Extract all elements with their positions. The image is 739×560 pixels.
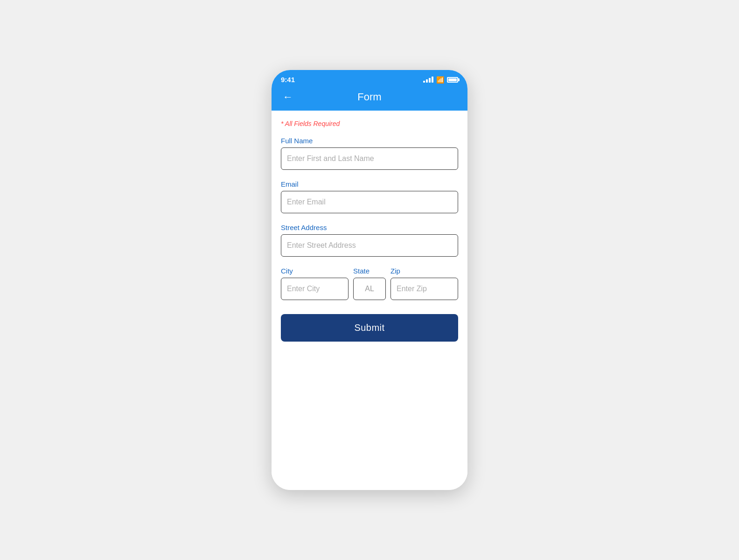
wifi-icon: 📶 <box>436 76 444 84</box>
email-group: Email <box>281 180 458 213</box>
zip-input[interactable] <box>390 278 458 300</box>
street-address-label: Street Address <box>281 224 458 231</box>
zip-group: Zip <box>390 267 458 300</box>
city-label: City <box>281 267 349 275</box>
status-icons: 📶 <box>423 76 458 84</box>
city-state-zip-group: City State Zip <box>281 267 458 300</box>
full-name-input[interactable] <box>281 147 458 170</box>
submit-area: Submit <box>281 314 458 342</box>
phone-frame: 9:41 📶 ← Form * All Fields Required Full… <box>272 70 467 490</box>
signal-icon <box>423 77 433 83</box>
full-name-label: Full Name <box>281 137 458 145</box>
email-input[interactable] <box>281 191 458 213</box>
city-input[interactable] <box>281 278 349 300</box>
status-bar: 9:41 📶 <box>272 70 467 86</box>
submit-button[interactable]: Submit <box>281 314 458 342</box>
back-button[interactable]: ← <box>279 89 297 105</box>
city-group: City <box>281 267 349 300</box>
full-name-group: Full Name <box>281 137 458 170</box>
street-address-group: Street Address <box>281 224 458 257</box>
state-label: State <box>353 267 386 275</box>
bottom-space <box>272 397 467 490</box>
street-address-input[interactable] <box>281 234 458 257</box>
status-time: 9:41 <box>281 76 295 84</box>
city-state-zip-row: City State Zip <box>281 267 458 300</box>
page-title: Form <box>357 91 381 103</box>
required-notice: * All Fields Required <box>281 120 458 127</box>
state-input[interactable] <box>353 278 386 300</box>
state-group: State <box>353 267 386 300</box>
form-content: * All Fields Required Full Name Email St… <box>272 111 467 397</box>
nav-bar: ← Form <box>272 86 467 111</box>
email-label: Email <box>281 180 458 188</box>
battery-icon <box>447 77 458 83</box>
zip-label: Zip <box>390 267 458 275</box>
